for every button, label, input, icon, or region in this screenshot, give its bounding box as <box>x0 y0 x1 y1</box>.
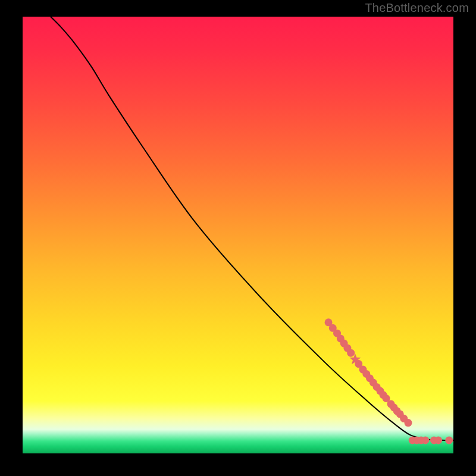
plot-area <box>23 17 453 453</box>
watermark-text: TheBottleneck.com <box>365 1 469 15</box>
scatter-point <box>434 436 442 444</box>
chart-svg <box>23 17 453 453</box>
scatter-point <box>445 436 453 444</box>
chart-container: TheBottleneck.com <box>0 0 476 476</box>
gradient-background <box>23 17 453 453</box>
scatter-point <box>347 349 355 357</box>
scatter-point <box>404 419 412 427</box>
scatter-point <box>421 436 429 444</box>
